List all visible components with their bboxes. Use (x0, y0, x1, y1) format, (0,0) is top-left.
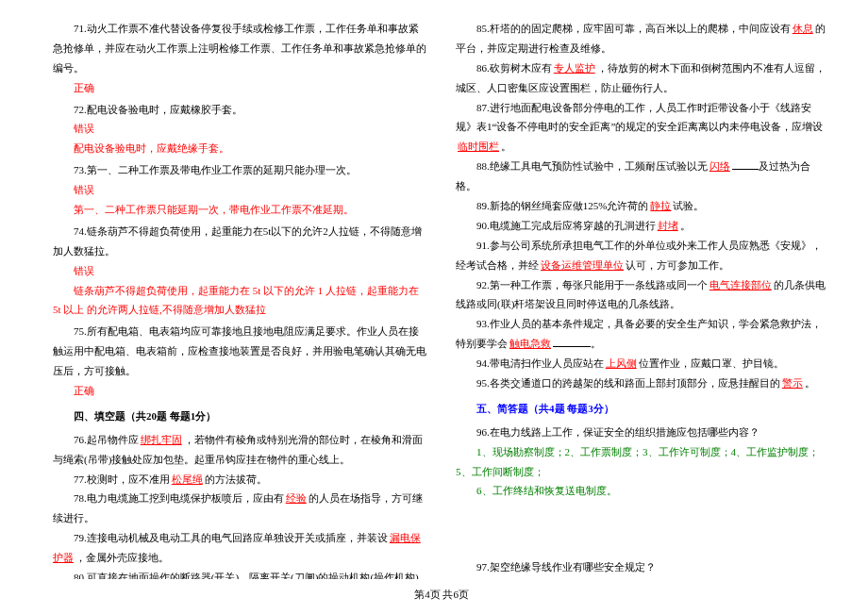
q74: 74.链条葫芦不得超负荷使用，起重能力在5t以下的允许2人拉链，不得随意增加人数… (53, 222, 427, 320)
q87: 87.进行地面配电设备部分停电的工作，人员工作时距带设备小于《线路安规》表1“设… (456, 98, 830, 158)
q76-a: 76.起吊物件应 (74, 434, 139, 445)
q87-c: 。 (501, 141, 511, 152)
q96-answer-a: 1、现场勘察制度；2、工作票制度；3、工作许可制度；4、工作监护制度；5、工作间… (456, 442, 830, 482)
q93-blank: 触电急救 (508, 338, 553, 349)
q95-blank: 警示 (780, 377, 805, 389)
q79-c: ，金属外壳应接地。 (75, 552, 169, 563)
q95-c: 。 (805, 377, 815, 389)
q85-a: 85.杆塔的的固定爬梯，应牢固可靠，高百米以上的爬梯，中间应设有 (476, 23, 791, 34)
q87-blank: 临时围栏 (456, 141, 501, 152)
q78-blank: 经验 (284, 492, 309, 504)
q73: 73.第一、二种工作票及带电作业工作票的延期只能办理一次。 错误 第一、二种工作… (53, 160, 427, 220)
q88-a: 88.绝缘工具电气预防性试验中，工频耐压试验以无 (476, 160, 708, 172)
q97-text: 97.架空绝缘导线作业有哪些安全规定？ (456, 557, 830, 577)
q78-a: 78.电力电缆施工挖到电缆保护板喷后，应由有 (74, 492, 284, 504)
q74-answer-b: 链条葫芦不得超负荷使用，起重能力在 5t 以下的允许 1 人拉链，起重能力在 5… (53, 281, 427, 321)
q86-a: 86.砍剪树木应有 (476, 62, 552, 74)
left-column: 71.动火工作票不准代替设备停复役手续或检修工作票，工作任务单和事故紧急抢修单，… (53, 19, 427, 579)
q77-a: 77.校测时，应不准用 (74, 473, 170, 485)
q89-c: 试验。 (673, 200, 704, 211)
q88-blank: 闪络 (708, 160, 732, 172)
q95-a: 95.各类交通道口的跨越架的线和路面上部封顶部分，应悬挂醒目的 (476, 377, 780, 389)
q73-answer-b: 第一、二种工作票只能延期一次，带电作业工作票不准延期。 (53, 200, 427, 220)
q89: 89.新捻的钢丝绳套应做125%允许荷的静拉试验。 (456, 196, 830, 216)
q71-text: 71.动火工作票不准代替设备停复役手续或检修工作票，工作任务单和事故紧急抢修单，… (53, 19, 427, 78)
q89-a: 89.新捻的钢丝绳套应做125%允许荷的 (476, 200, 648, 211)
section-5-title: 五、简答题（共4题 每题3分） (456, 399, 830, 419)
q71-answer: 正确 (53, 78, 427, 98)
q85-blank: 休息 (791, 23, 815, 34)
q91-c: 认可，方可参加工作。 (626, 259, 729, 271)
q94: 94.带电清扫作业人员应站在上风侧位置作业，应戴口罩、护目镜。 (456, 354, 830, 373)
q73-text: 73.第一、二种工作票及带电作业工作票的延期只能办理一次。 (53, 160, 427, 180)
q93-blank2 (553, 346, 591, 347)
q80: 80.可直接在地面操作的断路器(开关)、隔离开关(刀闸)的操动机构(操作机构)应… (53, 568, 427, 579)
q90-blank: 封堵 (656, 220, 680, 231)
q74-text: 74.链条葫芦不得超负荷使用，起重能力在5t以下的允许2人拉链，不得随意增加人数… (53, 222, 427, 261)
q72: 72.配电设备验电时，应戴橡胶手套。 错误 配电设备验电时，应戴绝缘手套。 (53, 100, 427, 159)
right-column: 85.杆塔的的固定爬梯，应牢固可靠，高百米以上的爬梯，中间应设有休息的平台，并应… (456, 19, 830, 579)
q79-a: 79.连接电动机械及电动工具的电气回路应单独设开关或插座，并装设 (74, 532, 388, 543)
q78: 78.电力电缆施工挖到电缆保护板喷后，应由有经验的人员在场指导，方可继续进行。 (53, 489, 427, 528)
q71: 71.动火工作票不准代替设备停复役手续或检修工作票，工作任务单和事故紧急抢修单，… (53, 19, 427, 98)
q77-blank: 松尾绳 (170, 473, 205, 485)
q72-answer-a: 错误 (53, 119, 427, 139)
q94-a: 94.带电清扫作业人员应站在 (476, 357, 604, 369)
q92: 92.第一种工作票，每张只能用于一条线路或同一个电气连接部位的几条供电线路或同(… (456, 275, 830, 315)
q75: 75.所有配电箱、电表箱均应可靠接地且接地电阻应满足要求。作业人员在接触运用中配… (53, 322, 427, 401)
q92-a: 92.第一种工作票，每张只能用于一条线路或同一个 (476, 279, 708, 290)
q96-text: 96.在电力线路上工作，保证安全的组织措施应包括哪些内容？ (456, 423, 830, 442)
q76-blank: 绑扎牢固 (139, 434, 184, 445)
q76: 76.起吊物件应绑扎牢固，若物件有棱角或特别光滑的部位时，在棱角和滑面与绳索(吊… (53, 430, 427, 470)
q77: 77.校测时，应不准用松尾绳的方法拔荷。 (53, 470, 427, 490)
q75-text: 75.所有配电箱、电表箱均应可靠接地且接地电阻应满足要求。作业人员在接触运用中配… (53, 322, 427, 381)
q90-c: 。 (680, 220, 691, 231)
page: 71.动火工作票不准代替设备停复役手续或检修工作票，工作任务单和事故紧急抢修单，… (0, 0, 868, 614)
q93: 93.作业人员的基本条件规定，具备必要的安全生产知识，学会紧急救护法，特别要学会… (456, 314, 830, 354)
q74-answer-a: 错误 (53, 261, 427, 281)
q80-a: 80.可直接在地面操作的断路器(开关)、隔离开关(刀闸)的操动机构(操作机构)应 (53, 572, 419, 579)
q89-blank: 静拉 (648, 200, 673, 211)
q72-answer-b: 配电设备验电时，应戴绝缘手套。 (53, 139, 427, 158)
q86-blank: 专人监护 (552, 62, 597, 74)
q94-blank: 上风侧 (604, 357, 639, 369)
q96-answer-b: 6、工作终结和恢复送电制度。 (456, 481, 830, 501)
q86: 86.砍剪树木应有专人监护，待放剪的树木下面和倒树范围内不准有人逗留，城区、人口… (456, 58, 830, 98)
q90-a: 90.电缆施工完成后应将穿越的孔洞进行 (476, 220, 656, 231)
q88: 88.绝缘工具电气预防性试验中，工频耐压试验以无闪络及过热为合格。 (456, 157, 830, 196)
page-footer: 第4页 共6页 (53, 579, 830, 605)
q85: 85.杆塔的的固定爬梯，应牢固可靠，高百米以上的爬梯，中间应设有休息的平台，并应… (456, 19, 830, 58)
q87-a: 87.进行地面配电设备部分停电的工作，人员工作时距带设备小于《线路安规》表1“设… (456, 102, 823, 133)
q75-answer: 正确 (53, 381, 427, 401)
q88-blank2 (732, 169, 759, 170)
columns: 71.动火工作票不准代替设备停复役手续或检修工作票，工作任务单和事故紧急抢修单，… (53, 19, 830, 579)
q77-c: 的方法拔荷。 (205, 473, 267, 485)
section-4-title: 四、填空题（共20题 每题1分） (53, 407, 427, 426)
q73-answer-a: 错误 (53, 180, 427, 200)
q91: 91.参与公司系统所承担电气工作的外单位或外来工作人员应熟悉《安规》，经考试合格… (456, 236, 830, 275)
q93-c: 。 (591, 338, 601, 349)
q72-text: 72.配电设备验电时，应戴橡胶手套。 (53, 100, 427, 120)
q79: 79.连接电动机械及电动工具的电气回路应单独设开关或插座，并装设漏电保护器，金属… (53, 528, 427, 568)
q91-blank: 设备运维管理单位 (539, 259, 626, 271)
q90: 90.电缆施工完成后应将穿越的孔洞进行封堵。 (456, 216, 830, 236)
spacer (456, 501, 830, 557)
q94-c: 位置作业，应戴口罩、护目镜。 (639, 357, 784, 369)
q95: 95.各类交通道口的跨越架的线和路面上部封顶部分，应悬挂醒目的警示。 (456, 373, 830, 393)
q92-blank: 电气连接部位 (708, 279, 774, 290)
